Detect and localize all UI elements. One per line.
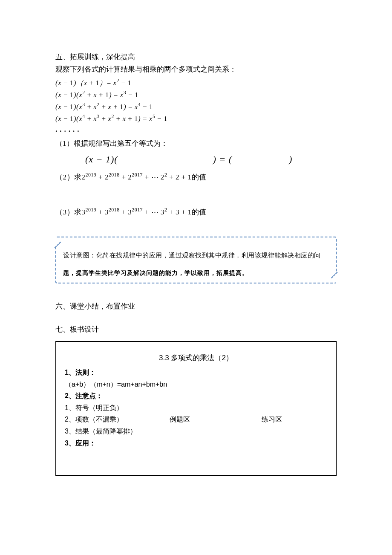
- corner-cut-br: [331, 272, 343, 284]
- section5-intro: 观察下列各式的计算结果与相乘的两个多项式之间关系：: [55, 64, 337, 75]
- p1-left: (x − 1)(: [85, 154, 118, 165]
- problem-1-label: （1）根据规律写出第五个等式为：: [55, 138, 337, 149]
- design-line-1: 设计意图：化简在找规律中的应用，通过观察找到其中规律，利用该规律能解决相应的问: [63, 250, 329, 260]
- p2-suffix: 的值: [192, 173, 207, 181]
- ellipsis-dots: ······: [55, 125, 337, 137]
- problem-3: （3）求32019 + 32018 + 32017 + ⋯ 32 + 3 + 1…: [55, 206, 337, 218]
- p1-right: ): [289, 154, 292, 165]
- board-heading-2: 2、注意点：: [65, 390, 327, 402]
- equation-3: (x − 1)(x3 + x2 + x + 1) = x4 − 1: [55, 101, 337, 113]
- board-title: 3.3 多项式的乘法（2）: [65, 352, 327, 364]
- section5-title: 五、拓展训练，深化提高: [55, 51, 337, 63]
- blackboard-design-box: 3.3 多项式的乘法（2） 1、法则： （a+b）（m+n）=am+an+bm+…: [55, 341, 337, 476]
- p3-prefix: （3）求: [55, 208, 82, 216]
- board-formula: （a+b）（m+n）=am+an+bm+bn: [65, 379, 327, 390]
- equation-1: (x − 1)（x + 1）= x2 − 1: [55, 77, 337, 89]
- board-note-3: 3、结果（最简降幂排）: [65, 426, 327, 437]
- equation-2: (x − 1)(x2 + x + 1) = x3 − 1: [55, 89, 337, 101]
- p2-prefix: （2）求: [55, 173, 82, 181]
- board-example-area: 例题区: [170, 414, 262, 426]
- board-practice-area: 练习区: [262, 414, 327, 426]
- corner-cut-tl: [49, 236, 61, 248]
- p3-suffix: 的值: [192, 208, 207, 216]
- board-heading-1: 1、法则：: [65, 367, 327, 378]
- problem-2: （2）求22019 + 22018 + 22017 + ⋯ 22 + 2 + 1…: [55, 171, 337, 183]
- board-note-1: 1、符号（明正负）: [65, 402, 327, 413]
- board-heading-3: 3、应用：: [65, 438, 327, 449]
- section7-title: 七、板书设计: [55, 324, 337, 335]
- equation-4: (x − 1)(x4 + x3 + x2 + x + 1) = x5 − 1: [55, 113, 337, 124]
- design-line-2: 题，提高学生类比学习及解决问题的能力，学以致用，拓展提高。: [63, 268, 329, 278]
- problem-1-formula: (x − 1)( ) = ( ): [55, 152, 337, 167]
- section6-title: 六、课堂小结，布置作业: [55, 301, 337, 312]
- board-note-2: 2、项数（不漏乘）: [65, 414, 170, 425]
- p1-mid: ) = (: [213, 154, 233, 165]
- design-intent-box: 设计意图：化简在找规律中的应用，通过观察找到其中规律，利用该规律能解决相应的问 …: [55, 237, 337, 283]
